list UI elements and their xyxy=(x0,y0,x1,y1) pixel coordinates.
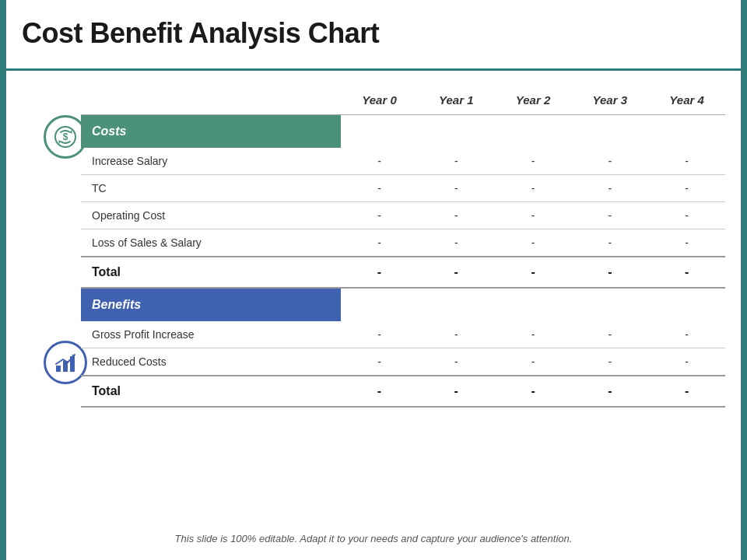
benefits-section-header: Benefits xyxy=(81,288,725,321)
costs-total-y4: - xyxy=(648,257,725,288)
increase-salary-y0: - xyxy=(341,148,418,175)
benefits-total-row: Total - - - - - xyxy=(81,376,725,407)
header-year1: Year 1 xyxy=(418,86,495,115)
reduced-costs-y0: - xyxy=(341,348,418,376)
costs-row-operating-cost: Operating Cost - - - - - xyxy=(81,202,725,229)
costs-total-label: Total xyxy=(81,257,341,288)
costs-total-y3: - xyxy=(571,257,648,288)
operating-cost-y2: - xyxy=(495,202,572,229)
gross-profit-y2: - xyxy=(495,321,572,348)
header-label-col xyxy=(81,86,341,115)
svg-rect-4 xyxy=(56,366,61,372)
tc-y4: - xyxy=(648,175,725,202)
loss-sales-y0: - xyxy=(341,229,418,257)
main-content: $ xyxy=(22,86,725,408)
costs-label: Costs xyxy=(81,115,341,149)
costs-row-tc: TC - - - - - xyxy=(81,175,725,202)
costs-total-y0: - xyxy=(341,257,418,288)
benefits-header-y2 xyxy=(495,288,572,321)
operating-cost-y1: - xyxy=(418,202,495,229)
costs-header-y0 xyxy=(341,115,418,149)
costs-header-y1 xyxy=(418,115,495,149)
increase-salary-label: Increase Salary xyxy=(81,148,341,175)
reduced-costs-y3: - xyxy=(571,348,648,376)
operating-cost-y0: - xyxy=(341,202,418,229)
loss-sales-y1: - xyxy=(418,229,495,257)
header-year2: Year 2 xyxy=(495,86,572,115)
operating-cost-y4: - xyxy=(648,202,725,229)
benefits-header-y3 xyxy=(571,288,648,321)
increase-salary-y3: - xyxy=(571,148,648,175)
right-accent-bar xyxy=(741,0,747,560)
benefits-total-y0: - xyxy=(341,376,418,407)
header-year0: Year 0 xyxy=(341,86,418,115)
table-header-row: Year 0 Year 1 Year 2 Year 3 Year 4 xyxy=(81,86,725,115)
benefits-header-y4 xyxy=(648,288,725,321)
loss-sales-y3: - xyxy=(571,229,648,257)
benefits-row-gross-profit: Gross Profit Increase - - - - - xyxy=(81,321,725,348)
page-title: Cost Benefit Analysis Chart xyxy=(22,17,379,50)
costs-section-header: Costs xyxy=(81,115,725,149)
costs-total-y2: - xyxy=(495,257,572,288)
svg-text:$: $ xyxy=(63,131,68,142)
increase-salary-y1: - xyxy=(418,148,495,175)
reduced-costs-label: Reduced Costs xyxy=(81,348,341,376)
benefits-header-y1 xyxy=(418,288,495,321)
loss-sales-y2: - xyxy=(495,229,572,257)
benefits-total-y3: - xyxy=(571,376,648,407)
reduced-costs-y2: - xyxy=(495,348,572,376)
gross-profit-y3: - xyxy=(571,321,648,348)
benefits-total-label: Total xyxy=(81,376,341,407)
costs-header-y4 xyxy=(648,115,725,149)
loss-sales-y4: - xyxy=(648,229,725,257)
gross-profit-label: Gross Profit Increase xyxy=(81,321,341,348)
operating-cost-label: Operating Cost xyxy=(81,202,341,229)
costs-total-row: Total - - - - - xyxy=(81,257,725,288)
costs-total-y1: - xyxy=(418,257,495,288)
benefits-header-y0 xyxy=(341,288,418,321)
costs-header-y3 xyxy=(571,115,648,149)
operating-cost-y3: - xyxy=(571,202,648,229)
benefits-row-reduced-costs: Reduced Costs - - - - - xyxy=(81,348,725,376)
loss-sales-salary-label: Loss of Sales & Salary xyxy=(81,229,341,257)
benefits-total-y1: - xyxy=(418,376,495,407)
svg-marker-1 xyxy=(70,130,72,134)
increase-salary-y2: - xyxy=(495,148,572,175)
benefits-label: Benefits xyxy=(81,288,341,321)
title-underline xyxy=(0,68,747,71)
tc-y2: - xyxy=(495,175,572,202)
tc-y3: - xyxy=(571,175,648,202)
gross-profit-y1: - xyxy=(418,321,495,348)
reduced-costs-y1: - xyxy=(418,348,495,376)
tc-y0: - xyxy=(341,175,418,202)
costs-row-increase-salary: Increase Salary - - - - - xyxy=(81,148,725,175)
chart-table-wrapper: Year 0 Year 1 Year 2 Year 3 Year 4 Costs xyxy=(81,86,725,408)
reduced-costs-y4: - xyxy=(648,348,725,376)
benefits-total-y2: - xyxy=(495,376,572,407)
increase-salary-y4: - xyxy=(648,148,725,175)
header-year4: Year 4 xyxy=(648,86,725,115)
gross-profit-y0: - xyxy=(341,321,418,348)
header-year3: Year 3 xyxy=(571,86,648,115)
bar-chart-up-icon xyxy=(53,350,78,375)
costs-row-loss-sales-salary: Loss of Sales & Salary - - - - - xyxy=(81,229,725,257)
svg-marker-2 xyxy=(58,140,61,144)
dollar-refresh-icon: $ xyxy=(53,124,78,149)
costs-header-y2 xyxy=(495,115,572,149)
tc-y1: - xyxy=(418,175,495,202)
footer-note: This slide is 100% editable. Adapt it to… xyxy=(0,533,747,544)
gross-profit-y4: - xyxy=(648,321,725,348)
benefits-total-y4: - xyxy=(648,376,725,407)
chart-table: Year 0 Year 1 Year 2 Year 3 Year 4 Costs xyxy=(81,86,725,408)
tc-label: TC xyxy=(81,175,341,202)
left-accent-bar xyxy=(0,0,6,560)
